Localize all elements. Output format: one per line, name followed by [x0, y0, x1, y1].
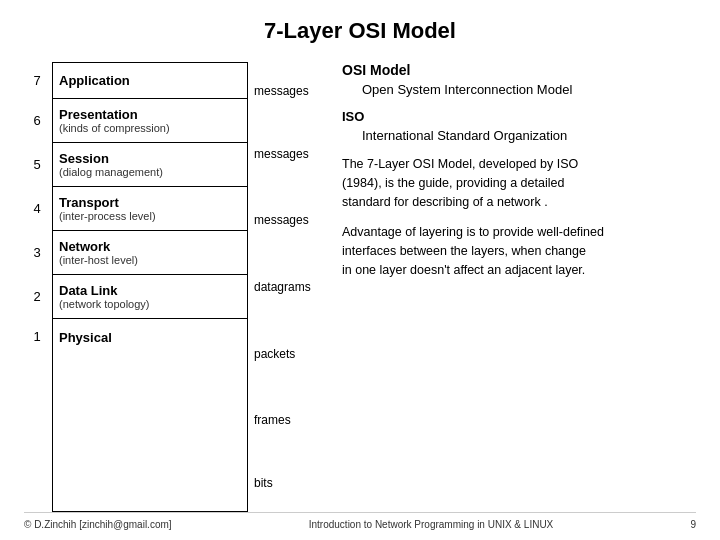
layer-name-1: Physical: [59, 330, 241, 345]
layer-num-3: 3: [24, 230, 50, 274]
iso-subtitle: International Standard Organization: [362, 128, 696, 143]
layer-num-4: 4: [24, 186, 50, 230]
content-area: 7654321 ApplicationPresentation(kinds of…: [24, 62, 696, 512]
footer-right: 9: [690, 519, 696, 530]
description-1: The 7-Layer OSI Model, developed by ISO …: [342, 155, 696, 211]
page-title: 7-Layer OSI Model: [24, 18, 696, 44]
layer-numbers: 7654321: [24, 62, 50, 512]
layer-sub-5: (dialog management): [59, 166, 241, 178]
layer-row-1: Physical: [53, 319, 247, 355]
layer-row-6: Presentation(kinds of compression): [53, 99, 247, 143]
layer-num-6: 6: [24, 98, 50, 142]
data-unit-4: datagrams: [254, 265, 324, 309]
page: 7-Layer OSI Model 7654321 ApplicationPre…: [0, 0, 720, 540]
footer-left: © D.Zinchih [zinchih@gmail.com]: [24, 519, 172, 530]
data-units-col: messagesmessagesmessagesdatagramspackets…: [254, 62, 324, 512]
layer-name-7: Application: [59, 73, 241, 88]
data-unit-3: packets: [254, 332, 324, 376]
layer-num-5: 5: [24, 142, 50, 186]
layer-name-4: Transport: [59, 195, 241, 210]
layer-row-2: Data Link(network topology): [53, 275, 247, 319]
layer-sub-6: (kinds of compression): [59, 122, 241, 134]
footer-center: Introduction to Network Programming in U…: [309, 519, 554, 530]
layer-num-2: 2: [24, 274, 50, 318]
layer-row-7: Application: [53, 63, 247, 99]
layer-row-4: Transport(inter-process level): [53, 187, 247, 231]
right-panel: OSI Model Open System Interconnection Mo…: [324, 62, 696, 512]
iso-label: ISO: [342, 109, 696, 124]
left-panel: 7654321 ApplicationPresentation(kinds of…: [24, 62, 324, 512]
layer-name-5: Session: [59, 151, 241, 166]
footer: © D.Zinchih [zinchih@gmail.com] Introduc…: [24, 512, 696, 530]
layer-name-2: Data Link: [59, 283, 241, 298]
data-unit-2: frames: [254, 398, 324, 442]
data-unit-5: messages: [254, 198, 324, 242]
layer-sub-3: (inter-host level): [59, 254, 241, 266]
osi-model-label: OSI Model: [342, 62, 696, 78]
layer-row-3: Network(inter-host level): [53, 231, 247, 275]
layers-table: ApplicationPresentation(kinds of compres…: [52, 62, 248, 512]
layer-num-1: 1: [24, 318, 50, 354]
layer-row-5: Session(dialog management): [53, 143, 247, 187]
layer-num-7: 7: [24, 62, 50, 98]
layer-sub-2: (network topology): [59, 298, 241, 310]
layer-sub-4: (inter-process level): [59, 210, 241, 222]
data-unit-1: bits: [254, 465, 324, 501]
description-2: Advantage of layering is to provide well…: [342, 223, 696, 279]
data-unit-7: messages: [254, 73, 324, 109]
layer-name-3: Network: [59, 239, 241, 254]
osi-model-subtitle: Open System Interconnection Model: [362, 82, 696, 97]
data-unit-6: messages: [254, 132, 324, 176]
layer-name-6: Presentation: [59, 107, 241, 122]
